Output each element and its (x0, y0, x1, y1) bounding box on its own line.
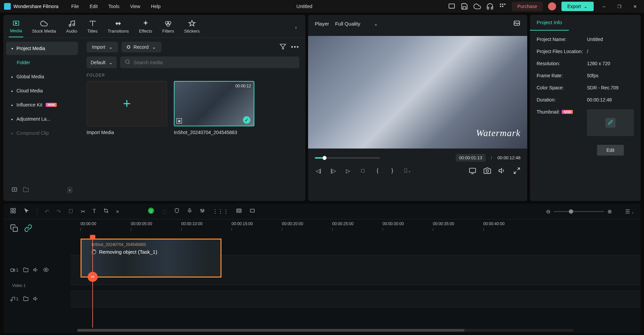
sort-dropdown[interactable]: Default⌄ (87, 56, 117, 68)
mute-icon[interactable] (33, 267, 39, 274)
zoom-out-button[interactable]: ⊖ (546, 208, 550, 215)
menu-tools[interactable]: Tools (108, 4, 119, 9)
copy-track-icon[interactable] (10, 224, 18, 232)
minimize-button[interactable]: ─ (599, 1, 609, 11)
prev-frame-button[interactable]: ◁| (315, 167, 322, 174)
tab-stock-media[interactable]: Stock Media (31, 18, 57, 37)
scroll-thumb[interactable] (77, 329, 464, 332)
undo-icon[interactable]: ↶ (45, 208, 49, 215)
sidebar-item-influence-kit[interactable]: ▸Influence KitNEW (6, 98, 78, 112)
scrub-handle[interactable] (323, 156, 327, 160)
timeline-clip[interactable]: InShot_20240704_204545883 Removing objec… (81, 239, 221, 278)
volume-icon[interactable] (498, 167, 506, 174)
split-icon[interactable]: ✂ (81, 208, 85, 215)
grid-icon[interactable] (10, 208, 16, 215)
link-icon[interactable] (24, 224, 32, 232)
folder-icon[interactable] (23, 267, 29, 274)
maximize-button[interactable]: ❐ (614, 1, 625, 11)
aspect-icon[interactable] (249, 208, 255, 215)
marker-dropdown[interactable]: ⌄ (403, 167, 411, 174)
video-track-icon[interactable]: 1 (10, 267, 18, 273)
cloud-icon[interactable] (474, 3, 481, 10)
cursor-icon[interactable] (23, 208, 30, 215)
sidebar-item-cloud-media[interactable]: ▸Cloud Media (6, 84, 78, 97)
record-button[interactable]: Record⌄ (121, 42, 161, 52)
purchase-button[interactable]: Purchase (512, 2, 542, 11)
menu-edit[interactable]: Edit (90, 4, 98, 9)
snapshot-icon[interactable] (484, 167, 491, 174)
add-media-thumb[interactable]: + (87, 81, 167, 126)
play-button[interactable]: ▷ (344, 167, 352, 174)
time-ruler[interactable]: 00:00:00 00:00:05:00 00:00:10:00 00:00:1… (70, 221, 641, 235)
clip-thumb[interactable]: 00:00:12 ▣ ✓ (174, 81, 254, 126)
more-tools-icon[interactable]: » (116, 208, 119, 214)
search-input[interactable] (134, 60, 295, 65)
mute-icon[interactable] (33, 296, 39, 302)
mic-icon[interactable] (187, 208, 192, 215)
more-icon[interactable]: ••• (291, 44, 299, 51)
audio-track-body[interactable] (70, 291, 641, 307)
tab-audio[interactable]: Audio (65, 18, 79, 37)
quality-dropdown[interactable]: Full Quality (335, 19, 378, 28)
dotted-circle-icon[interactable]: ◌ (162, 208, 167, 215)
collapse-sidebar-button[interactable]: ‹ (67, 187, 72, 193)
user-avatar-icon[interactable] (548, 2, 556, 10)
tab-media[interactable]: Media (9, 17, 23, 37)
zoom-slider[interactable] (554, 211, 604, 212)
mark-in-button[interactable]: { (374, 167, 381, 174)
new-folder-icon[interactable] (23, 186, 29, 194)
eye-icon[interactable] (43, 267, 49, 274)
text-icon[interactable]: T (93, 208, 96, 214)
scroll-track[interactable] (77, 329, 574, 332)
zoom-in-button[interactable]: ⊕ (607, 208, 612, 215)
sidebar-item-folder[interactable]: Folder (6, 56, 78, 69)
sidebar-item-compound-clip[interactable]: ▸Compound Clip (6, 126, 78, 140)
export-button[interactable]: Export⌄ (561, 2, 594, 11)
mixer-icon[interactable] (200, 208, 205, 215)
folder-icon[interactable] (23, 296, 29, 302)
tab-filters[interactable]: Filters (161, 18, 175, 37)
mark-out-button[interactable]: } (389, 167, 396, 174)
auto-cut-icon[interactable]: ⋮⋮⋮ (212, 208, 229, 215)
menu-view[interactable]: View (130, 4, 140, 9)
import-button[interactable]: Import⌄ (87, 42, 118, 52)
fullscreen-icon[interactable] (513, 167, 521, 174)
headphone-icon[interactable] (486, 3, 494, 10)
tab-stickers[interactable]: Stickers (183, 18, 201, 37)
menu-help[interactable]: Help (151, 4, 161, 9)
video-preview[interactable]: Watermark (308, 36, 527, 149)
edit-button[interactable]: Edit (597, 145, 624, 156)
crop-icon[interactable] (103, 208, 109, 215)
scope-icon[interactable] (513, 19, 521, 28)
tab-effects[interactable]: Effects (138, 18, 154, 37)
playhead[interactable]: ✂ (92, 235, 93, 328)
tab-project-info[interactable]: Project Info (530, 15, 569, 31)
next-frame-button[interactable]: |▷ (330, 167, 337, 174)
apps-icon[interactable] (499, 3, 506, 10)
delete-icon[interactable] (68, 208, 73, 215)
zoom-handle[interactable] (569, 209, 573, 214)
layout-icon[interactable] (448, 3, 455, 10)
filter-icon[interactable] (280, 43, 286, 51)
sidebar-item-project-media[interactable]: ▾Project Media (6, 42, 78, 55)
import-media-card[interactable]: + Import Media (87, 81, 167, 135)
pencil-icon[interactable] (605, 118, 615, 128)
media-clip-card[interactable]: 00:00:12 ▣ ✓ InShot_20240704_204545883 (174, 81, 254, 135)
tab-transitions[interactable]: Transitions (106, 18, 130, 37)
video-track-body[interactable]: InShot_20240704_204545883 Removing objec… (70, 255, 641, 285)
playhead-cut-icon[interactable]: ✂ (88, 272, 98, 282)
menu-file[interactable]: File (71, 4, 79, 9)
redo-icon[interactable]: ↷ (56, 208, 61, 215)
scrub-track[interactable] (315, 157, 380, 159)
shield-icon[interactable] (174, 208, 180, 215)
tab-titles[interactable]: Titles (86, 18, 99, 37)
track-options-icon[interactable]: ☰ ⌄ (625, 208, 634, 215)
stop-button[interactable]: □ (359, 167, 366, 174)
sidebar-item-adjustment-layer[interactable]: ▸Adjustment La... (6, 112, 78, 126)
close-button[interactable]: ✕ (630, 1, 640, 11)
render-icon[interactable] (236, 208, 242, 215)
new-bin-icon[interactable] (11, 186, 17, 194)
ai-icon[interactable] (147, 207, 155, 216)
sidebar-item-global-media[interactable]: ▸Global Media (6, 70, 78, 83)
tabs-scroll-right[interactable]: › (292, 25, 300, 30)
